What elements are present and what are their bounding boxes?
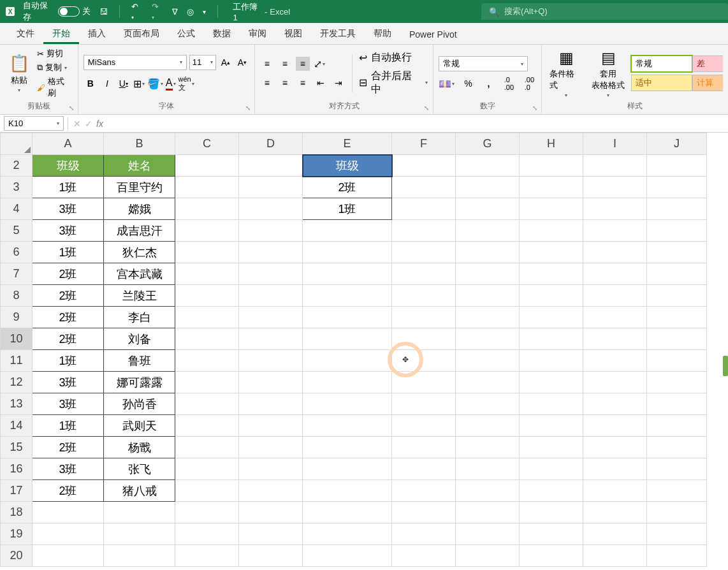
cell[interactable] (583, 372, 647, 393)
column-header[interactable]: C (175, 133, 239, 155)
row-header[interactable]: 19 (1, 523, 33, 545)
cell[interactable]: 2班 (33, 328, 104, 350)
row-header[interactable]: 11 (1, 350, 33, 372)
cell[interactable] (175, 198, 239, 220)
cell[interactable] (520, 350, 583, 372)
cell[interactable] (392, 328, 456, 350)
cell[interactable] (647, 307, 707, 328)
tab-review[interactable]: 审阅 (240, 24, 275, 44)
cell[interactable] (175, 372, 239, 393)
column-header[interactable]: D (239, 133, 303, 155)
cell[interactable] (303, 523, 392, 545)
phonetic-button[interactable]: wén文▾ (178, 75, 194, 92)
cell[interactable] (239, 437, 303, 458)
cell[interactable] (303, 415, 392, 437)
cell[interactable] (239, 155, 303, 177)
increase-indent-button[interactable]: ⇥ (331, 76, 346, 90)
cell[interactable] (647, 155, 707, 177)
bold-button[interactable]: B (84, 77, 98, 91)
cell[interactable] (175, 393, 239, 415)
qat-more-icon[interactable]: ▾ (203, 8, 206, 15)
cell[interactable] (104, 502, 175, 523)
cell[interactable] (392, 155, 456, 177)
cell[interactable] (392, 415, 456, 437)
row-header[interactable]: 7 (1, 263, 33, 285)
cell[interactable] (303, 263, 392, 285)
cell[interactable] (239, 307, 303, 328)
cell[interactable]: 3班 (33, 458, 104, 480)
tab-powerpivot[interactable]: Power Pivot (400, 25, 466, 44)
cell[interactable] (647, 545, 707, 567)
cell[interactable]: 成吉思汗 (104, 220, 175, 242)
cell[interactable] (175, 480, 239, 502)
cell[interactable] (520, 307, 583, 328)
cell[interactable]: 娜可露露 (104, 372, 175, 393)
cell[interactable]: 班级 (303, 155, 392, 177)
column-header[interactable]: G (456, 133, 520, 155)
cell[interactable] (647, 177, 707, 198)
cell[interactable] (303, 350, 392, 372)
cell[interactable] (520, 242, 583, 263)
cell[interactable] (520, 458, 583, 480)
underline-button[interactable]: U ▾ (117, 77, 131, 91)
cell[interactable] (392, 372, 456, 393)
cell[interactable]: 班级 (33, 155, 104, 177)
name-box[interactable]: K10▾ (4, 116, 64, 131)
style-calc[interactable]: 计算 (692, 75, 723, 91)
cell[interactable]: 3班 (33, 372, 104, 393)
cell[interactable] (392, 458, 456, 480)
cell[interactable] (520, 263, 583, 285)
tab-view[interactable]: 视图 (275, 24, 311, 44)
align-left-button[interactable]: ≡ (260, 76, 274, 90)
cell[interactable] (647, 415, 707, 437)
cell[interactable] (392, 242, 456, 263)
cell[interactable]: 李白 (104, 307, 175, 328)
cell[interactable] (647, 242, 707, 263)
cell[interactable] (647, 437, 707, 458)
select-all-corner[interactable] (1, 133, 33, 155)
tab-developer[interactable]: 开发工具 (311, 24, 365, 44)
tab-home[interactable]: 开始 (43, 24, 79, 44)
conditional-formatting-button[interactable]: ▦ 条件格式 ▾ (547, 49, 585, 98)
cell[interactable] (583, 393, 647, 415)
cell[interactable] (239, 263, 303, 285)
cell[interactable] (239, 328, 303, 350)
cell[interactable] (456, 263, 520, 285)
cell[interactable] (175, 523, 239, 545)
style-bad[interactable]: 差 (692, 55, 723, 72)
column-header[interactable]: I (583, 133, 647, 155)
cell[interactable] (583, 307, 647, 328)
row-header[interactable]: 6 (1, 242, 33, 263)
border-button[interactable]: ⊞▾ (133, 78, 145, 90)
cell[interactable] (583, 220, 647, 242)
cell[interactable] (456, 242, 520, 263)
column-header[interactable]: H (520, 133, 583, 155)
cell[interactable] (520, 480, 583, 502)
cell[interactable] (33, 502, 104, 523)
row-header[interactable]: 14 (1, 415, 33, 437)
row-header[interactable]: 3 (1, 177, 33, 198)
camera-icon[interactable]: ◎ (187, 7, 194, 17)
column-header[interactable]: A (33, 133, 104, 155)
cell[interactable] (647, 328, 707, 350)
cell[interactable] (392, 263, 456, 285)
cell[interactable]: 杨戬 (104, 437, 175, 458)
cell[interactable] (456, 220, 520, 242)
row-header[interactable]: 8 (1, 285, 33, 307)
cell[interactable] (175, 220, 239, 242)
cell[interactable] (33, 523, 104, 545)
cell[interactable] (392, 220, 456, 242)
cell[interactable] (33, 545, 104, 567)
autosave-toggle[interactable]: 自动保存 关 (23, 0, 91, 23)
column-header[interactable]: J (647, 133, 707, 155)
column-header[interactable]: F (392, 133, 456, 155)
format-as-table-button[interactable]: ▤ 套用 表格格式 ▾ (589, 49, 627, 98)
cell[interactable] (239, 372, 303, 393)
cell[interactable] (520, 220, 583, 242)
cell[interactable] (520, 177, 583, 198)
cell[interactable] (303, 242, 392, 263)
save-icon[interactable]: 🖫 (99, 7, 108, 17)
cell[interactable] (647, 372, 707, 393)
cell[interactable] (520, 155, 583, 177)
align-middle-button[interactable]: ≡ (278, 57, 292, 71)
